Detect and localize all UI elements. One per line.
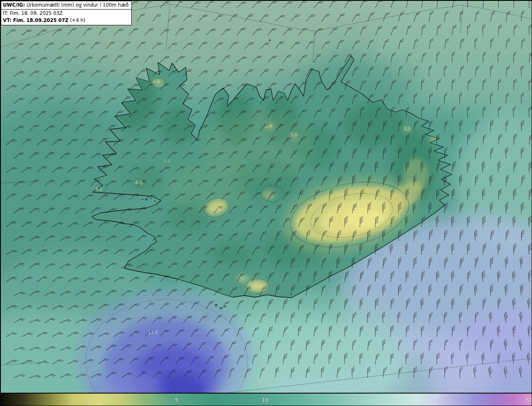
colorbar-tick-label: 5: [175, 397, 178, 403]
contour-value-label: 13.5: [148, 330, 158, 335]
contour-value-label: 2.9: [213, 207, 220, 212]
contour-value-label: 3.4: [265, 124, 272, 129]
valid-time-offset: (+4 h): [70, 17, 85, 23]
product-title: Úrkomumætti (mm) og vindur í 100m hæð: [27, 2, 129, 8]
precipitation-wind-map: 3.43.63.47.63.53.34.84.12.92.52.03.413.5: [0, 0, 532, 393]
title-line-init-time: IT: Fim. 18. 09. 2025 03Z: [3, 10, 129, 17]
contour-value-label: 3.5: [404, 126, 411, 132]
colorbar-gradient: 1510153050: [0, 393, 532, 406]
contour-value-label: 4.8: [135, 180, 143, 186]
title-line-valid-time: VT: Fim. 18.09.2025 07Z (+4 h): [3, 17, 129, 24]
colorbar-tick-label: 15: [350, 397, 357, 403]
contour-value-label: 4.1: [95, 186, 103, 192]
product-label: UWC/IG:: [3, 2, 25, 8]
contour-value-label: 7.6: [290, 132, 298, 137]
colorbar-tick-label: 30: [439, 397, 445, 403]
contour-value-label: 3.3: [503, 156, 510, 161]
weather-map-stage: 3.43.63.47.63.53.34.84.12.92.52.03.413.5…: [0, 0, 532, 406]
init-time-label: IT:: [3, 10, 8, 16]
colorbar-tick-label: 1: [86, 397, 90, 403]
contour-value-label: 3.4: [254, 284, 262, 289]
valid-time-label: VT:: [3, 17, 12, 23]
valid-time-value: Fim. 18.09.2025 07Z: [13, 17, 68, 23]
init-time-value: Fim. 18. 09. 2025 03Z: [10, 10, 63, 16]
contour-value-label: 3.4: [153, 79, 160, 84]
contour-value-label: 2.0: [311, 209, 319, 214]
title-line-product: UWC/IG: Úrkomumætti (mm) og vindur í 100…: [1, 2, 131, 10]
contour-value-label: 3.6: [163, 159, 170, 164]
contour-value-label: 2.5: [266, 195, 273, 200]
map-legend-box: UWC/IG: Úrkomumætti (mm) og vindur í 100…: [1, 1, 132, 25]
colorbar-tick-label: 50: [526, 397, 532, 403]
colorbar-tick-label: 10: [262, 397, 268, 403]
